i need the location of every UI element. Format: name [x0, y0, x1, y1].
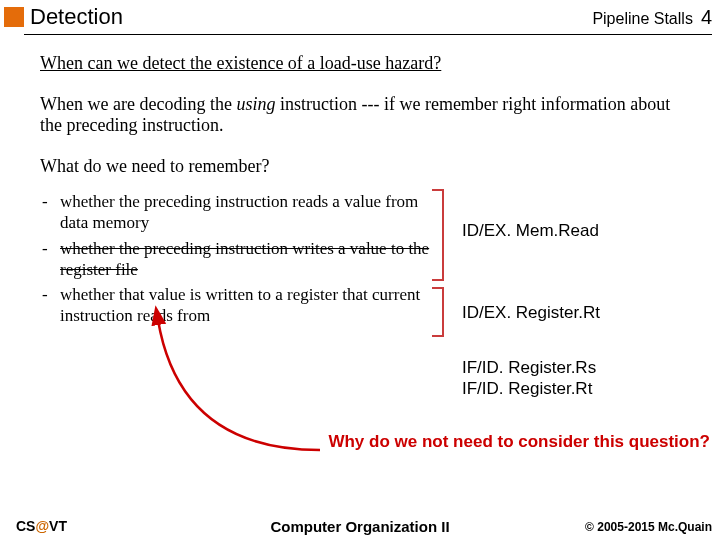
paragraph-answer: When we are decoding the using instructi… — [40, 94, 692, 136]
header-right: Pipeline Stalls 4 — [592, 6, 712, 29]
bracket-icon — [432, 287, 444, 337]
bracket-column — [430, 191, 452, 331]
slide-title: Detection — [30, 4, 592, 30]
footer-cs: CS — [16, 518, 35, 534]
footer-vt: VT — [49, 518, 67, 534]
list-item: whether the preceding instruction reads … — [60, 191, 430, 234]
footer-copyright: © 2005-2015 Mc.Quain — [585, 520, 712, 534]
signal-label-memread: ID/EX. Mem.Read — [462, 221, 599, 241]
question-2: What do we need to remember? — [40, 156, 692, 177]
signal-label-ifid: IF/ID. Register.Rs IF/ID. Register.Rt — [462, 357, 596, 400]
list-item: whether that value is written to a regis… — [60, 284, 430, 327]
slide-footer: CS@VT Computer Organization II © 2005-20… — [0, 518, 720, 534]
list-and-labels: whether the preceding instruction reads … — [40, 191, 692, 331]
accent-square-icon — [4, 7, 24, 27]
footer-at: @ — [35, 518, 49, 534]
list-item: whether the preceding instruction writes… — [60, 238, 430, 281]
bullet-list-column: whether the preceding instruction reads … — [40, 191, 430, 331]
p2-part-a: When we are decoding the — [40, 94, 236, 114]
ifid-rt: IF/ID. Register.Rt — [462, 379, 592, 398]
footer-left: CS@VT — [16, 518, 67, 534]
remember-list: whether the preceding instruction reads … — [40, 191, 430, 327]
slide-header: Detection Pipeline Stalls 4 — [0, 0, 720, 34]
li2-text: whether the preceding instruction writes… — [60, 239, 429, 279]
page-number: 4 — [701, 6, 712, 29]
li1-text: whether the preceding instruction reads … — [60, 192, 418, 232]
slide-body: When can we detect the existence of a lo… — [0, 35, 720, 331]
signal-label-idex-rt: ID/EX. Register.Rt — [462, 303, 600, 323]
bracket-icon — [432, 189, 444, 281]
signal-labels-column: ID/EX. Mem.Read ID/EX. Register.Rt IF/ID… — [452, 191, 692, 331]
li3-text: whether that value is written to a regis… — [60, 285, 420, 325]
question-1: When can we detect the existence of a lo… — [40, 53, 692, 74]
ifid-rs: IF/ID. Register.Rs — [462, 358, 596, 377]
section-label: Pipeline Stalls — [592, 10, 693, 28]
p2-emph: using — [236, 94, 275, 114]
footer-center: Computer Organization II — [270, 518, 449, 535]
callout-question: Why do we not need to consider this ques… — [328, 432, 710, 452]
